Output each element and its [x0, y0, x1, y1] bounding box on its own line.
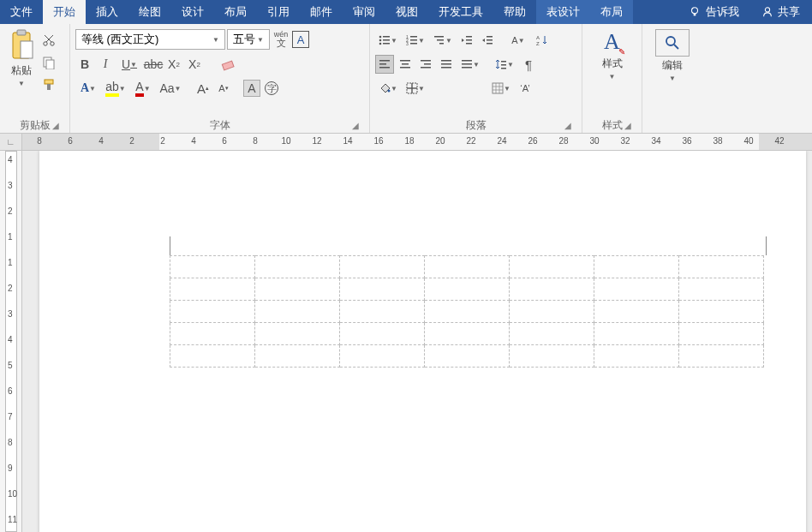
eraser-icon [221, 57, 236, 71]
font-launcher[interactable]: ◢ [352, 121, 362, 131]
table-row[interactable] [170, 345, 764, 368]
tab-references[interactable]: 引用 [257, 0, 300, 24]
subscript-button[interactable]: X2 [164, 55, 183, 74]
sort-icon: AZ [536, 34, 548, 46]
clear-formatting-button[interactable] [219, 55, 238, 74]
table-row[interactable] [170, 323, 764, 345]
paste-label: 粘贴 [11, 63, 32, 78]
shrink-font-button[interactable]: A▾ [214, 79, 233, 98]
text-cursor [170, 236, 170, 255]
vertical-ruler[interactable]: 43211234567891011 [0, 151, 22, 532]
copy-button[interactable] [39, 53, 58, 72]
font-size-combo[interactable]: 五号▼ [227, 29, 270, 50]
svg-rect-27 [439, 43, 444, 45]
borders-button[interactable]: ▼ [403, 79, 428, 98]
svg-rect-4 [17, 30, 26, 35]
ruler-number: 8 [8, 438, 13, 447]
tab-view[interactable]: 视图 [385, 0, 428, 24]
text-effects-button[interactable]: A ▼ [75, 79, 101, 98]
tab-developer[interactable]: 开发工具 [428, 0, 493, 24]
styles-launcher[interactable]: ◢ [624, 121, 635, 131]
tab-draw[interactable]: 绘图 [128, 0, 171, 24]
table-row[interactable] [170, 278, 764, 301]
svg-rect-12 [222, 61, 234, 70]
tab-review[interactable]: 审阅 [343, 0, 385, 24]
multilevel-icon [433, 34, 445, 46]
table-row[interactable] [170, 301, 764, 323]
tab-home[interactable]: 开始 [43, 0, 86, 24]
snap-to-grid-button[interactable]: ▼ [488, 79, 514, 98]
editing-button[interactable]: 编辑 ▼ [652, 27, 693, 84]
group-clipboard-label: 剪贴板 [20, 118, 51, 133]
decrease-indent-button[interactable] [457, 31, 476, 50]
phonetic-guide-button[interactable]: wén文 [272, 30, 290, 49]
svg-rect-41 [400, 67, 410, 69]
align-justify-button[interactable] [437, 55, 456, 74]
page[interactable] [39, 151, 806, 532]
align-distributed-button[interactable]: ▼ [457, 55, 483, 74]
svg-rect-20 [410, 36, 417, 38]
tab-insert[interactable]: 插入 [86, 0, 128, 24]
italic-button[interactable]: I [96, 55, 115, 74]
cut-button[interactable] [39, 31, 58, 50]
tab-file[interactable]: 文件 [0, 0, 43, 24]
group-styles-label: 样式 [602, 118, 623, 133]
ruler-number: 8 [253, 136, 258, 146]
svg-rect-58 [493, 83, 503, 93]
share-button[interactable]: 共享 [749, 0, 812, 24]
ruler-number: 4 [8, 155, 13, 164]
align-right-button[interactable] [416, 55, 435, 74]
tab-design[interactable]: 设计 [171, 0, 214, 24]
clipboard-launcher[interactable]: ◢ [52, 121, 63, 131]
bold-button[interactable]: B [75, 55, 94, 74]
underline-button[interactable]: U ▼ [116, 55, 142, 74]
show-marks-button[interactable]: ¶ [519, 55, 538, 74]
tab-help[interactable]: 帮助 [493, 0, 536, 24]
paragraph-launcher[interactable]: ◢ [564, 121, 575, 131]
tab-table-design[interactable]: 表设计 [536, 0, 590, 24]
numbering-button[interactable]: 123▼ [403, 31, 428, 50]
bullets-button[interactable]: ▼ [375, 31, 401, 50]
asian-layout-button[interactable]: A▼ [505, 31, 531, 50]
horizontal-ruler[interactable]: 8642246810121416182022242628303234363840… [22, 134, 812, 151]
tab-table-layout[interactable]: 布局 [590, 0, 633, 24]
tab-mailings[interactable]: 邮件 [300, 0, 343, 24]
multilevel-list-button[interactable]: ▼ [430, 31, 456, 50]
change-case-button[interactable]: Aa ▼ [158, 79, 183, 98]
highlight-button[interactable]: ab ▼ [103, 79, 128, 98]
document-table[interactable] [170, 255, 764, 368]
paste-button[interactable]: 粘贴 ▼ [5, 27, 38, 89]
font-color-button[interactable]: A ▼ [130, 79, 156, 98]
align-center-icon [399, 58, 411, 70]
character-border-button[interactable]: A [292, 31, 309, 48]
increase-indent-button[interactable] [478, 31, 497, 50]
indent-icon [481, 34, 493, 46]
ruler-corner[interactable]: ∟ [0, 134, 22, 151]
ruler-number: 4 [8, 335, 13, 344]
enclose-char-button[interactable]: 字 [262, 79, 281, 98]
svg-rect-36 [379, 60, 390, 62]
shading-button[interactable]: ▼ [375, 79, 401, 98]
tab-layout[interactable]: 布局 [214, 0, 257, 24]
char-shading-button[interactable]: A [243, 80, 260, 97]
find-icon [655, 29, 690, 57]
tell-me-search[interactable]: 告诉我 [678, 0, 749, 24]
format-painter-button[interactable] [39, 75, 58, 94]
document-area[interactable] [22, 151, 812, 532]
grow-font-button[interactable]: A▴ [194, 79, 212, 98]
strikethrough-button[interactable]: abc [144, 55, 163, 74]
svg-rect-1 [694, 14, 696, 16]
sort-button[interactable]: AZ [533, 31, 552, 50]
ruler-number: 16 [373, 136, 383, 146]
outdent-icon [461, 34, 473, 46]
line-spacing-button[interactable]: ▼ [492, 55, 517, 74]
superscript-button[interactable]: X2 [185, 55, 204, 74]
char-scaling-button[interactable]: ‘A’ [516, 79, 534, 98]
ribbon: 粘贴 ▼ 剪贴板◢ 等线 (西文正文)▼ 五号▼ wén文 A B I U ▼ [0, 24, 812, 134]
align-left-button[interactable] [375, 55, 394, 74]
font-name-combo[interactable]: 等线 (西文正文)▼ [75, 29, 225, 50]
svg-rect-14 [383, 36, 390, 38]
align-center-button[interactable] [396, 55, 415, 74]
styles-button[interactable]: A✎ 样式 ▼ [599, 27, 626, 82]
table-row[interactable] [170, 256, 764, 278]
